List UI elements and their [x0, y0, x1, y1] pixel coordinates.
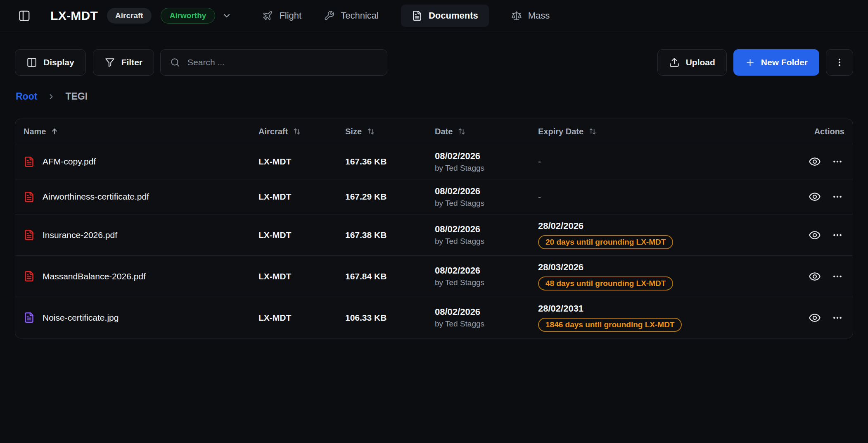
wrench-icon	[324, 10, 334, 21]
eye-icon	[809, 312, 821, 324]
sidebar-toggle-button[interactable]	[18, 10, 31, 22]
row-menu-button[interactable]	[832, 271, 843, 282]
new-folder-button[interactable]: New Folder	[733, 49, 819, 76]
column-header-aircraft[interactable]: Aircraft	[259, 127, 345, 136]
view-button[interactable]	[809, 155, 821, 168]
eye-icon	[809, 229, 821, 241]
uploaded-by: by Ted Staggs	[435, 278, 538, 287]
scale-icon	[511, 10, 522, 21]
toolbar: Display Filter Upload New Folder	[15, 49, 853, 76]
tab-label: Mass	[528, 10, 550, 21]
expiry-date: 28/03/2026	[538, 262, 783, 273]
expiry-date: 28/02/2026	[538, 221, 783, 231]
columns-icon	[26, 57, 37, 68]
panel-left-icon	[18, 10, 31, 22]
size-cell: 167.29 KB	[345, 192, 435, 202]
file-name: Insurance-2026.pdf	[43, 230, 117, 240]
file-name: MassandBalance-2026.pdf	[43, 272, 146, 281]
tab-technical[interactable]: Technical	[324, 10, 379, 21]
column-header-size[interactable]: Size	[345, 127, 435, 136]
tab-flight[interactable]: Flight	[262, 10, 301, 21]
search-box	[160, 49, 387, 76]
view-button[interactable]	[809, 191, 821, 203]
aircraft-cell: LX-MDT	[259, 272, 345, 281]
table-row[interactable]: Noise-certificate.jpg LX-MDT 106.33 KB 0…	[15, 297, 853, 338]
date-value: 08/02/2026	[435, 265, 538, 276]
sort-icon	[366, 127, 375, 136]
sort-icon	[457, 127, 466, 136]
sort-icon	[292, 127, 301, 136]
column-header-actions: Actions	[783, 127, 844, 136]
tab-label: Technical	[341, 10, 379, 21]
page-title: LX-MDT	[50, 9, 98, 23]
expiry-date: -	[538, 192, 783, 202]
column-header-date[interactable]: Date	[435, 127, 538, 136]
column-header-expiry-date[interactable]: Expiry Date	[538, 127, 783, 136]
aircraft-cell: LX-MDT	[259, 230, 345, 240]
column-header-name[interactable]: Name	[24, 127, 259, 136]
table-row[interactable]: MassandBalance-2026.pdf LX-MDT 167.84 KB…	[15, 255, 853, 297]
new-folder-button-label: New Folder	[761, 57, 808, 67]
uploaded-by: by Ted Staggs	[435, 237, 538, 246]
search-input[interactable]	[187, 57, 378, 67]
breadcrumb: Root TEGI	[15, 91, 853, 102]
file-icon	[24, 156, 35, 167]
ellipsis-icon	[832, 230, 843, 241]
file-icon	[24, 312, 35, 323]
sort-icon	[588, 127, 597, 136]
expiry-date: 28/02/2031	[538, 303, 783, 314]
tab-mass[interactable]: Mass	[511, 10, 550, 21]
tab-label: Flight	[279, 10, 301, 21]
table-row[interactable]: Airworthiness-certificate.pdf LX-MDT 167…	[15, 179, 853, 214]
table-header: Name Aircraft Size Date Expiry Date	[15, 119, 853, 144]
display-button-label: Display	[43, 57, 74, 67]
expiry-date: -	[538, 157, 783, 167]
aircraft-cell: LX-MDT	[259, 192, 345, 202]
grounding-badge: 20 days until grounding LX-MDT	[538, 235, 673, 249]
display-button[interactable]: Display	[15, 49, 86, 76]
row-menu-button[interactable]	[832, 191, 843, 202]
row-menu-button[interactable]	[832, 156, 843, 167]
table-body: AFM-copy.pdf LX-MDT 167.36 KB 08/02/2026…	[15, 144, 853, 338]
filter-button[interactable]: Filter	[93, 49, 154, 76]
status-dropdown-button[interactable]	[222, 11, 232, 21]
file-name: Noise-certificate.jpg	[43, 313, 119, 323]
upload-icon	[669, 57, 680, 68]
breadcrumb-current-folder: TEGI	[65, 91, 88, 102]
size-cell: 167.38 KB	[345, 230, 435, 240]
view-button[interactable]	[809, 270, 821, 283]
documents-table: Name Aircraft Size Date Expiry Date	[15, 119, 853, 338]
upload-button[interactable]: Upload	[657, 49, 727, 76]
table-row[interactable]: AFM-copy.pdf LX-MDT 167.36 KB 08/02/2026…	[15, 144, 853, 179]
file-icon	[24, 191, 35, 202]
row-menu-button[interactable]	[832, 312, 843, 323]
filter-icon	[104, 57, 115, 68]
file-text-icon	[412, 10, 422, 21]
topbar: LX-MDT Aircraft Airworthy Flight Technic…	[0, 0, 868, 31]
upload-button-label: Upload	[686, 57, 715, 67]
aircraft-cell: LX-MDT	[259, 313, 345, 323]
eye-icon	[809, 191, 821, 203]
ellipsis-icon	[832, 191, 843, 202]
tab-documents[interactable]: Documents	[401, 5, 489, 27]
plus-icon	[745, 57, 755, 68]
row-menu-button[interactable]	[832, 230, 843, 241]
breadcrumb-root-link[interactable]: Root	[16, 91, 37, 102]
size-cell: 167.84 KB	[345, 272, 435, 281]
ellipsis-icon	[832, 271, 843, 282]
date-value: 08/02/2026	[435, 307, 538, 317]
uploaded-by: by Ted Staggs	[435, 199, 538, 208]
view-button[interactable]	[809, 229, 821, 241]
search-icon	[170, 57, 180, 68]
main-nav: Flight Technical Documents Mass	[262, 5, 550, 27]
chevron-right-icon	[47, 93, 55, 101]
table-row[interactable]: Insurance-2026.pdf LX-MDT 167.38 KB 08/0…	[15, 214, 853, 255]
aircraft-type-badge: Aircraft	[107, 8, 152, 24]
sort-asc-icon	[50, 127, 59, 136]
view-button[interactable]	[809, 312, 821, 324]
file-icon	[24, 271, 35, 282]
more-options-button[interactable]	[826, 49, 853, 76]
kebab-menu-icon	[835, 57, 844, 67]
airworthy-status-badge: Airworthy	[161, 8, 216, 24]
size-cell: 106.33 KB	[345, 313, 435, 323]
